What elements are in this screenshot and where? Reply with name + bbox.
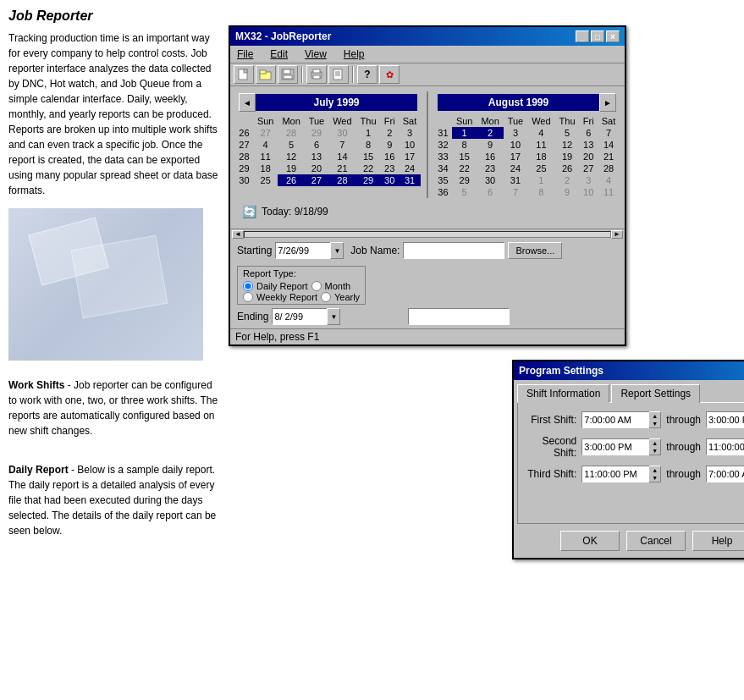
tab-shift-info[interactable]: Shift Information bbox=[517, 384, 609, 403]
calendar-day[interactable]: 5 bbox=[555, 127, 580, 139]
calendar-day[interactable]: 10 bbox=[579, 186, 598, 198]
first-shift-start-input[interactable] bbox=[581, 411, 649, 428]
calendar-day[interactable]: 10 bbox=[504, 139, 527, 151]
calendar-day[interactable]: 10 bbox=[399, 139, 421, 151]
scroll-left-btn[interactable]: ◄ bbox=[232, 230, 244, 239]
calendar-day[interactable]: 7 bbox=[328, 139, 356, 151]
job-name-input[interactable] bbox=[403, 242, 504, 259]
calendar-day[interactable]: 15 bbox=[356, 151, 381, 163]
daily-report-radio[interactable] bbox=[243, 281, 253, 291]
calendar-day[interactable]: 23 bbox=[380, 163, 399, 174]
second-shift-start-input[interactable] bbox=[581, 438, 649, 455]
job-name-input-2[interactable] bbox=[408, 308, 510, 325]
calendar-day[interactable]: 3 bbox=[399, 127, 421, 139]
calendar-day[interactable]: 16 bbox=[477, 151, 504, 163]
close-button[interactable]: × bbox=[606, 30, 620, 42]
cancel-button[interactable]: Cancel bbox=[626, 531, 686, 551]
ending-dropdown-btn[interactable]: ▼ bbox=[327, 308, 340, 325]
calendar-day[interactable]: 8 bbox=[527, 186, 555, 198]
second-shift-end-input[interactable] bbox=[706, 438, 744, 455]
calendar-day[interactable]: 9 bbox=[477, 139, 504, 151]
calendar-day[interactable]: 23 bbox=[477, 163, 504, 174]
yearly-radio[interactable] bbox=[321, 292, 331, 302]
calendar-day[interactable]: 24 bbox=[399, 163, 421, 174]
calendar-day[interactable]: 11 bbox=[253, 151, 278, 163]
calendar-day[interactable]: 28 bbox=[598, 163, 620, 174]
calendar-day[interactable]: 25 bbox=[253, 174, 278, 186]
calendar-day[interactable]: 4 bbox=[253, 139, 278, 151]
calendar-day[interactable]: 7 bbox=[504, 186, 527, 198]
second-shift-start-up[interactable]: ▲ bbox=[649, 439, 660, 447]
toolbar-new-btn[interactable] bbox=[234, 65, 254, 84]
calendar-day[interactable]: 14 bbox=[598, 139, 620, 151]
browse-button[interactable]: Browse... bbox=[508, 242, 562, 259]
tab-report-settings[interactable]: Report Settings bbox=[611, 384, 700, 403]
calendar-day[interactable]: 30 bbox=[328, 127, 356, 139]
toolbar-save-btn[interactable] bbox=[278, 65, 298, 84]
calendar-day[interactable]: 21 bbox=[598, 151, 620, 163]
calendar-day[interactable]: 14 bbox=[328, 151, 356, 163]
calendar-day[interactable]: 8 bbox=[452, 139, 477, 151]
ending-input[interactable] bbox=[272, 308, 327, 325]
calendar-day[interactable]: 2 bbox=[380, 127, 399, 139]
weekly-report-radio[interactable] bbox=[243, 292, 253, 302]
calendar-day[interactable]: 6 bbox=[477, 186, 504, 198]
help-button[interactable]: Help bbox=[692, 531, 744, 551]
calendar-day[interactable]: 2 bbox=[555, 174, 580, 186]
calendar-day[interactable]: 11 bbox=[527, 139, 555, 151]
calendar-day[interactable]: 9 bbox=[555, 186, 580, 198]
toolbar-open-btn[interactable] bbox=[256, 65, 276, 84]
third-shift-end-input[interactable] bbox=[706, 466, 744, 482]
calendar-day[interactable]: 17 bbox=[399, 151, 421, 163]
calendar-day[interactable]: 13 bbox=[305, 151, 328, 163]
calendar-day[interactable]: 27 bbox=[579, 163, 598, 174]
calendar-day[interactable]: 20 bbox=[579, 151, 598, 163]
calendar-day-selected[interactable]: 31 bbox=[399, 174, 421, 186]
calendar-day[interactable]: 29 bbox=[452, 174, 477, 186]
toolbar-print-btn[interactable] bbox=[306, 65, 327, 84]
calendar-day[interactable]: 28 bbox=[278, 127, 305, 139]
calendar-day[interactable]: 27 bbox=[253, 127, 278, 139]
toolbar-help-btn[interactable]: ? bbox=[357, 65, 378, 84]
calendar-day[interactable]: 12 bbox=[555, 139, 580, 151]
calendar-day[interactable]: 19 bbox=[278, 163, 305, 174]
calendar-day[interactable]: 1 bbox=[527, 174, 555, 186]
starting-input[interactable] bbox=[275, 242, 330, 259]
first-shift-start-down[interactable]: ▼ bbox=[649, 420, 660, 427]
calendar-day[interactable]: 9 bbox=[380, 139, 399, 151]
toolbar-about-btn[interactable]: ✿ bbox=[379, 65, 400, 84]
calendar-day[interactable]: 3 bbox=[579, 174, 598, 186]
calendar-day[interactable]: 17 bbox=[504, 151, 527, 163]
calendar-day-selected[interactable]: 28 bbox=[328, 174, 356, 186]
calendar-day[interactable]: 26 bbox=[555, 163, 580, 174]
scrollbar-track[interactable] bbox=[244, 231, 611, 238]
calendar-day[interactable]: 12 bbox=[278, 151, 305, 163]
calendar-day[interactable]: 4 bbox=[598, 174, 620, 186]
menu-help[interactable]: Help bbox=[340, 47, 368, 61]
calendar-day[interactable]: 11 bbox=[598, 186, 620, 198]
first-shift-end-input[interactable] bbox=[706, 411, 744, 428]
calendar-day[interactable]: 21 bbox=[328, 163, 356, 174]
calendar-day-selected[interactable]: 29 bbox=[356, 174, 381, 186]
maximize-button[interactable]: □ bbox=[591, 30, 604, 42]
calendar-day-selected[interactable]: 26 bbox=[278, 174, 305, 186]
calendar-day[interactable]: 31 bbox=[504, 174, 527, 186]
calendar-day[interactable]: 8 bbox=[356, 139, 381, 151]
calendar-day-selected[interactable]: 30 bbox=[380, 174, 399, 186]
menu-view[interactable]: View bbox=[301, 47, 330, 61]
calendar-day[interactable]: 13 bbox=[579, 139, 598, 151]
calendar-day[interactable]: 5 bbox=[452, 186, 477, 198]
third-shift-start-input[interactable] bbox=[581, 466, 649, 482]
minimize-button[interactable]: _ bbox=[576, 30, 589, 42]
calendar-day[interactable]: 3 bbox=[504, 127, 527, 139]
calendar-day[interactable]: 6 bbox=[305, 139, 328, 151]
prev-month-btn[interactable]: ◄ bbox=[239, 93, 256, 112]
monthly-radio[interactable] bbox=[311, 281, 322, 291]
calendar-day[interactable]: 24 bbox=[504, 163, 527, 174]
calendar-day[interactable]: 4 bbox=[527, 127, 555, 139]
calendar-day[interactable]: 18 bbox=[253, 163, 278, 174]
third-shift-start-down[interactable]: ▼ bbox=[649, 474, 660, 482]
next-month-btn[interactable]: ► bbox=[599, 93, 616, 112]
menu-edit[interactable]: Edit bbox=[267, 47, 291, 61]
toolbar-preview-btn[interactable] bbox=[328, 65, 349, 84]
